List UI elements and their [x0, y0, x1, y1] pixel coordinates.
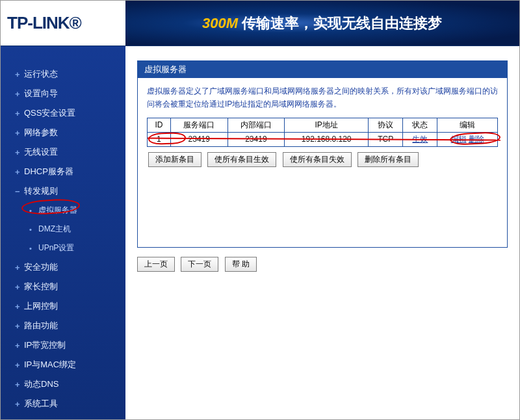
sidebar-item[interactable]: −转发规则	[1, 181, 125, 201]
edit-link[interactable]: 编辑	[451, 135, 467, 144]
expand-icon: +	[15, 167, 24, 177]
col-id: ID	[148, 118, 171, 132]
sidebar-item[interactable]: +动态DNS	[1, 374, 125, 394]
sidebar-item[interactable]: +路由功能	[1, 316, 125, 335]
sidebar-item[interactable]: +IP与MAC绑定	[1, 355, 125, 374]
prev-page-button[interactable]: 上一页	[137, 257, 175, 272]
expand-icon: +	[15, 128, 24, 138]
sidebar-item-label: 路由功能	[24, 320, 125, 332]
expand-icon: +	[15, 360, 24, 370]
sidebar-item-label: 转发规则	[24, 185, 125, 197]
sidebar-item-label: 家长控制	[24, 281, 125, 293]
sidebar-sub-item[interactable]: •虚拟服务器	[1, 201, 125, 220]
col-service-port: 服务端口	[170, 118, 228, 132]
banner-accent: 300M	[202, 15, 238, 31]
cell-ip: 192.168.0.120	[285, 132, 369, 146]
panel-description: 虚拟服务器定义了广域网服务端口和局域网网络服务器之间的映射关系，所有对该广域网服…	[147, 85, 498, 111]
next-page-button[interactable]: 下一页	[181, 257, 218, 272]
expand-icon: +	[15, 341, 24, 350]
col-status: 状态	[403, 118, 437, 132]
panel-title: 虚拟服务器	[138, 61, 507, 78]
banner-rest: 传输速率，实现无线自由连接梦	[238, 15, 442, 31]
cell-id: 1	[148, 132, 171, 146]
sidebar-item-label: 安全功能	[24, 261, 125, 273]
sidebar-item-label: IP带宽控制	[24, 339, 125, 351]
sidebar: +运行状态+设置向导+QSS安全设置+网络参数+无线设置+DHCP服务器−转发规…	[1, 46, 125, 419]
sidebar-sub-item[interactable]: •UPnP设置	[1, 239, 125, 257]
expand-icon: +	[15, 70, 24, 79]
panel-body: 虚拟服务器定义了广域网服务端口和局域网网络服务器之间的映射关系，所有对该广域网服…	[138, 78, 507, 247]
sidebar-item[interactable]: +上网控制	[1, 296, 125, 316]
help-button[interactable]: 帮 助	[225, 257, 257, 272]
sidebar-item-label: 动态DNS	[24, 378, 125, 390]
sidebar-item-label: UPnP设置	[38, 243, 125, 254]
sidebar-item-label: 网络参数	[24, 127, 125, 138]
banner: 300M 传输速率，实现无线自由连接梦	[125, 1, 519, 46]
col-internal-port: 内部端口	[228, 118, 285, 132]
col-edit: 编辑	[437, 118, 498, 132]
col-ip: IP地址	[285, 118, 369, 132]
sidebar-item-label: 运行状态	[24, 68, 125, 80]
disable-all-button[interactable]: 使所有条目失效	[283, 152, 352, 167]
action-bar: 添加新条目 使所有条目生效 使所有条目失效 删除所有条目	[147, 152, 498, 167]
expand-icon: +	[15, 302, 24, 311]
sidebar-item-label: IP与MAC绑定	[24, 359, 125, 371]
table-header-row: ID 服务端口 内部端口 IP地址 协议 状态 编辑	[148, 118, 498, 132]
sidebar-item[interactable]: +运行状态	[1, 64, 125, 84]
cell-service-port: 23419	[170, 132, 228, 146]
bullet-icon: •	[29, 226, 38, 233]
sidebar-item-label: 虚拟服务器	[38, 205, 125, 216]
sidebar-item[interactable]: +DHCP服务器	[1, 162, 125, 181]
col-protocol: 协议	[369, 118, 403, 132]
virtual-server-table: ID 服务端口 内部端口 IP地址 协议 状态 编辑 1 23419	[147, 118, 498, 147]
expand-icon: +	[15, 89, 24, 99]
sidebar-item[interactable]: +网络参数	[1, 123, 125, 142]
cell-internal-port: 23419	[228, 132, 285, 146]
sidebar-item[interactable]: +设置向导	[1, 84, 125, 103]
expand-icon: +	[15, 263, 24, 272]
sidebar-item-label: 设置向导	[24, 88, 125, 99]
logo-box: TP-LINK®	[1, 1, 125, 46]
table-row: 1 23419 23419 192.168.0.120 TCP 生效 编辑 删除	[148, 132, 498, 146]
expand-icon: +	[15, 148, 24, 157]
expand-icon: +	[15, 109, 24, 118]
sidebar-item[interactable]: +无线设置	[1, 142, 125, 162]
pager: 上一页 下一页 帮 助	[137, 257, 508, 272]
banner-text: 300M 传输速率，实现无线自由连接梦	[202, 14, 442, 33]
sidebar-item-label: QSS安全设置	[24, 107, 125, 119]
sidebar-item-label: DMZ主机	[38, 224, 125, 235]
content: 虚拟服务器 虚拟服务器定义了广域网服务端口和局域网网络服务器之间的映射关系，所有…	[125, 46, 519, 419]
header: TP-LINK® 300M 传输速率，实现无线自由连接梦	[1, 1, 519, 46]
sidebar-sub-item[interactable]: •DMZ主机	[1, 220, 125, 239]
virtual-server-panel: 虚拟服务器 虚拟服务器定义了广域网服务端口和局域网网络服务器之间的映射关系，所有…	[137, 60, 508, 248]
expand-icon: +	[15, 282, 24, 292]
expand-icon: +	[15, 399, 24, 409]
sidebar-item[interactable]: +系统工具	[1, 394, 125, 413]
sidebar-item[interactable]: +安全功能	[1, 257, 125, 277]
expand-icon: +	[15, 321, 24, 331]
sidebar-item-label: 系统工具	[24, 398, 125, 410]
enable-all-button[interactable]: 使所有条目生效	[207, 152, 276, 167]
bullet-icon: •	[29, 207, 38, 215]
delete-link[interactable]: 删除	[469, 135, 484, 144]
main: +运行状态+设置向导+QSS安全设置+网络参数+无线设置+DHCP服务器−转发规…	[1, 46, 519, 419]
sidebar-item-label: 上网控制	[24, 300, 125, 312]
sidebar-item-label: DHCP服务器	[24, 166, 125, 177]
sidebar-item[interactable]: +QSS安全设置	[1, 103, 125, 123]
collapse-icon: −	[15, 187, 24, 196]
sidebar-item[interactable]: +IP带宽控制	[1, 335, 125, 355]
cell-status-link[interactable]: 生效	[412, 135, 428, 144]
sidebar-item[interactable]: +家长控制	[1, 277, 125, 296]
cell-protocol: TCP	[369, 132, 403, 146]
sidebar-item-label: 无线设置	[24, 146, 125, 158]
bullet-icon: •	[29, 244, 38, 252]
add-entry-button[interactable]: 添加新条目	[148, 152, 202, 167]
delete-all-button[interactable]: 删除所有条目	[358, 152, 419, 167]
brand-logo: TP-LINK®	[7, 13, 81, 33]
expand-icon: +	[15, 380, 24, 389]
